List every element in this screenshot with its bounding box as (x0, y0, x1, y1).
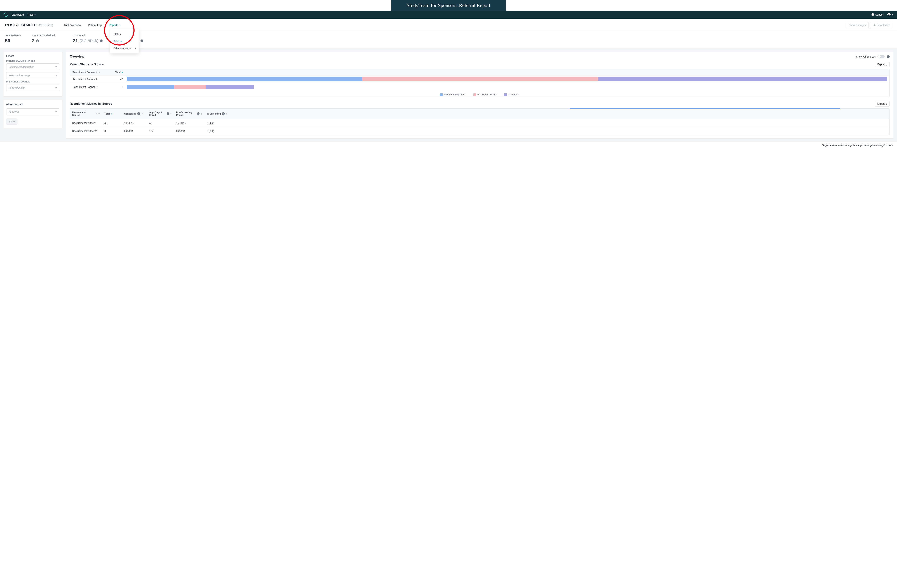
header-tabs: Trial Overview Patient Log Reports ⌄ (64, 23, 121, 26)
cra-filter-title: Filter by CRA (6, 103, 60, 106)
info-icon[interactable]: i (137, 112, 140, 115)
bar-segment-prescreen-failure (363, 77, 598, 81)
sort-icon: ▲▼ (111, 113, 113, 115)
main-panel: Overview Show All Sources i Patient Stat… (66, 51, 894, 139)
dropdown-item-status[interactable]: Status (110, 31, 139, 38)
chevron-down-icon: ▼ (55, 75, 57, 76)
info-icon[interactable]: i (887, 55, 889, 58)
filter-icon: ⛛ (98, 71, 101, 73)
export-patient-status-button[interactable]: Export ⌄ (875, 62, 889, 67)
top-nav: Dashboard Trials▼ ? Support ▼ (0, 11, 897, 18)
support-link[interactable]: ? Support (871, 13, 884, 17)
chevron-down-icon: ▼ (55, 66, 57, 68)
table-row: Recruitment Partner 1 48 18 (38%) 42 15 … (70, 119, 889, 127)
bar-segment-prescreening (127, 85, 174, 89)
info-icon[interactable]: i (141, 40, 143, 42)
prescreen-source-select[interactable]: All (by default) ▼ (6, 84, 60, 91)
col-total[interactable]: Total ▲▼ (102, 108, 122, 119)
info-icon[interactable]: i (222, 112, 225, 115)
info-icon[interactable]: i (197, 112, 200, 115)
dropdown-item-criteria[interactable]: Criteria Analysis › (110, 45, 139, 52)
chevron-down-icon: ⌄ (886, 103, 887, 105)
dropdown-item-referral[interactable]: Referral (110, 38, 139, 45)
legend-swatch (504, 93, 507, 96)
metric-total-referrals: Total Referrals 56 (5, 34, 21, 44)
nav-trials[interactable]: Trials▼ (28, 13, 36, 16)
info-icon[interactable]: i (167, 112, 169, 115)
info-icon[interactable]: i (100, 40, 103, 42)
user-menu[interactable]: ▼ (887, 13, 893, 17)
time-range-select[interactable]: Select a time range ▼ (6, 72, 60, 79)
tab-patient-log[interactable]: Patient Log (88, 23, 102, 26)
chevron-down-icon: ▼ (55, 111, 57, 113)
downloads-button[interactable]: Downloads (871, 22, 892, 28)
info-icon[interactable]: i (36, 40, 39, 42)
status-changes-label: PATIENT STATUS CHANGES (6, 60, 60, 62)
recruitment-metrics-title: Recruitment Metrics by Source (70, 102, 112, 105)
sort-icon: ▲▼ (170, 113, 172, 115)
metric-not-acknowledged: # Not Acknowledged 2 i (32, 34, 55, 44)
page-banner: StudyTeam for Sponsors: Referral Report (391, 0, 506, 11)
show-all-sources-toggle[interactable] (877, 55, 885, 58)
col-avg-days[interactable]: Avg. Days to Enroll i ▲▼ (147, 108, 174, 119)
col-recruitment-source[interactable]: Recruitment Source ▲▼ ⛛ (70, 108, 102, 119)
col-total[interactable]: Total ▲▼ (106, 69, 126, 75)
cra-select[interactable]: All CRAs ▼ (6, 108, 60, 115)
tab-reports[interactable]: Reports ⌄ (109, 23, 121, 26)
chart-legend: Pre-Screening Phase Pre-Screen Failure C… (70, 91, 889, 97)
help-icon: ? (871, 13, 874, 17)
bar-segment-prescreen-failure (174, 85, 206, 89)
nav-dashboard[interactable]: Dashboard (11, 13, 24, 16)
change-option-select[interactable]: Select a change option ▼ (6, 63, 60, 70)
save-button[interactable]: Save (6, 119, 17, 125)
patient-status-table: Recruitment Source ▲▼ ⛛ Total ▲▼ Recruit… (70, 69, 889, 97)
site-count: (28 ST Sites) (38, 24, 53, 26)
sort-icon: ▲▼ (201, 113, 202, 115)
banner-title: StudyTeam for Sponsors: Referral Report (407, 3, 490, 8)
show-all-sources-label: Show All Sources (856, 55, 876, 58)
sort-icon: ▲▼ (226, 113, 228, 115)
chevron-down-icon: ⌄ (886, 63, 887, 66)
download-icon (873, 23, 876, 26)
table-row: Recruitment Partner 1 48 (70, 75, 889, 83)
bar-segment-consented (598, 77, 887, 81)
patient-status-title: Patient Status by Source (70, 63, 104, 66)
filters-card: Filters PATIENT STATUS CHANGES Select a … (3, 51, 63, 97)
svg-point-0 (4, 13, 8, 17)
col-in-screening[interactable]: In-Screening i ▲▼ (205, 108, 233, 119)
col-prescreening-phase[interactable]: Pre-Screening Phase i ▲▼ (174, 108, 205, 119)
recruitment-metrics-table: Recruitment Source ▲▼ ⛛ Total ▲▼ Consent… (70, 108, 889, 135)
filter-icon: ⛛ (98, 113, 100, 115)
bar-segment-consented (206, 85, 254, 89)
stacked-bar (126, 75, 889, 83)
sort-icon: ▲▼ (96, 71, 98, 73)
sort-icon: ▲▼ (141, 113, 143, 115)
trial-header: ROSE-EXAMPLE (28 ST Sites) Trial Overvie… (0, 18, 897, 31)
user-icon (887, 13, 891, 17)
bar-segment-prescreening (127, 77, 363, 81)
svg-text:?: ? (872, 14, 874, 15)
horizontal-scroll-indicator (70, 108, 889, 109)
overview-title: Overview (70, 55, 84, 58)
col-recruitment-source[interactable]: Recruitment Source ▲▼ ⛛ (70, 69, 106, 75)
reports-dropdown: Status Referral Criteria Analysis › (110, 29, 139, 53)
show-changes-button[interactable]: Show Changes (846, 22, 868, 28)
chevron-down-icon: ▼ (892, 14, 893, 16)
stacked-bar (126, 83, 889, 91)
table-row: Recruitment Partner 2 8 3 (38%) 177 3 (3… (70, 127, 889, 135)
tab-trial-overview[interactable]: Trial Overview (64, 23, 81, 26)
chevron-down-icon: ⌄ (119, 24, 121, 26)
col-consented[interactable]: Consented i ▲▼ (122, 108, 147, 119)
footnote: *Information in this image is sample dat… (0, 142, 897, 150)
prescreen-source-label: PRE-SCREEN SOURCE (6, 81, 60, 83)
svg-point-4 (888, 14, 889, 15)
table-row: Recruitment Partner 2 8 (70, 83, 889, 91)
export-recruitment-metrics-button[interactable]: Export ⌄ (875, 101, 889, 107)
legend-swatch (473, 93, 476, 96)
chevron-right-icon: › (135, 47, 136, 50)
sort-icon: ▲▼ (95, 113, 97, 115)
trial-name: ROSE-EXAMPLE (5, 23, 37, 27)
filters-title: Filters (6, 54, 60, 57)
sort-icon: ▲▼ (121, 71, 123, 73)
legend-swatch (440, 93, 442, 96)
